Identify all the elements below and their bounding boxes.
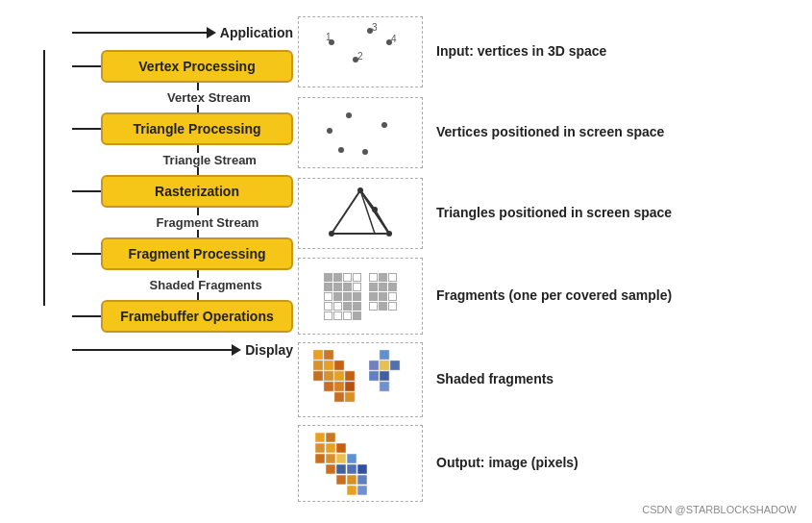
left-vert-bar [43, 50, 45, 306]
svg-rect-48 [326, 454, 335, 463]
svg-rect-22 [324, 350, 333, 360]
svg-rect-32 [345, 382, 355, 391]
svg-point-9 [346, 112, 352, 118]
label-vertices-3d: Input: vertices in 3D space [436, 42, 606, 62]
svg-rect-26 [313, 371, 323, 381]
diagram-row-vertices-screen: Vertices positioned in screen space [298, 95, 788, 170]
svg-rect-53 [347, 464, 357, 474]
diagram-triangles-screen [298, 178, 423, 249]
diagrams-panel: 1 3 4 2 Input: vertices in 3D space [288, 10, 788, 513]
svg-rect-27 [324, 371, 333, 381]
svg-point-12 [338, 147, 344, 153]
svg-rect-51 [326, 464, 335, 474]
svg-rect-25 [334, 361, 344, 370]
app-label: Application [220, 25, 293, 40]
svg-rect-59 [357, 486, 367, 495]
svg-rect-58 [347, 486, 357, 495]
svg-marker-13 [332, 190, 389, 234]
svg-rect-49 [336, 454, 346, 463]
svg-rect-52 [336, 464, 346, 474]
vertices-screen-svg [312, 104, 408, 162]
label-fragments: Fragments (one per covered sample) [436, 286, 672, 306]
fragment-stream-label: Fragment Stream [157, 215, 259, 230]
svg-rect-24 [324, 361, 333, 370]
svg-point-20 [372, 207, 378, 212]
svg-point-18 [329, 231, 334, 237]
shaded-fragments-label: Shaded Fragments [150, 278, 262, 292]
svg-rect-39 [369, 371, 379, 381]
svg-rect-46 [336, 443, 346, 453]
svg-rect-57 [357, 475, 367, 485]
svg-rect-29 [345, 371, 355, 381]
framebuffer-box: Framebuffer Operations [101, 300, 293, 333]
shaded-right-svg [369, 350, 407, 398]
svg-rect-31 [334, 382, 344, 391]
label-output: Output: image (pixels) [436, 454, 578, 473]
vertex-processing-box: Vertex Processing [101, 50, 293, 83]
svg-point-17 [357, 187, 363, 193]
svg-line-15 [360, 190, 375, 234]
diagram-row-output: Output: image (pixels) [298, 424, 788, 503]
svg-text:4: 4 [391, 34, 397, 44]
svg-rect-38 [390, 361, 400, 370]
svg-point-10 [381, 122, 387, 128]
svg-text:3: 3 [372, 23, 378, 33]
diagram-shaded [298, 342, 423, 417]
svg-rect-43 [326, 433, 335, 442]
svg-rect-28 [334, 371, 344, 381]
diagram-fragments [298, 258, 423, 335]
svg-text:1: 1 [326, 32, 332, 42]
svg-rect-40 [380, 371, 389, 381]
vertices-3d-svg: 1 3 4 2 [312, 23, 408, 81]
svg-point-19 [386, 231, 392, 237]
svg-rect-30 [324, 382, 333, 391]
triangle-processing-box: Triangle Processing [101, 112, 293, 145]
svg-point-11 [362, 149, 368, 155]
label-triangles-screen: Triangles positioned in screen space [436, 204, 672, 223]
vertex-stream-label: Vertex Stream [167, 90, 251, 105]
svg-rect-41 [380, 382, 389, 391]
diagram-row-vertices-3d: 1 3 4 2 Input: vertices in 3D space [298, 14, 788, 89]
svg-rect-23 [313, 361, 323, 370]
svg-rect-50 [347, 454, 357, 463]
svg-rect-56 [347, 475, 357, 485]
svg-rect-35 [380, 350, 389, 360]
diagram-vertices-screen [298, 97, 423, 168]
footer-text: CSDN @STARBLOCKSHADOW [642, 504, 797, 515]
shaded-left-svg [313, 350, 363, 410]
rasterization-box: Rasterization [101, 175, 293, 208]
fragment-processing-box: Fragment Processing [101, 237, 293, 270]
svg-rect-33 [334, 392, 344, 402]
svg-rect-42 [315, 433, 325, 442]
label-vertices-screen: Vertices positioned in screen space [436, 123, 664, 142]
svg-text:2: 2 [357, 51, 363, 62]
svg-rect-47 [315, 454, 325, 463]
diagram-row-shaded: Shaded fragments [298, 341, 788, 418]
svg-rect-36 [369, 361, 379, 370]
svg-rect-45 [326, 443, 335, 453]
triangles-screen-svg [308, 181, 413, 246]
svg-rect-34 [345, 392, 355, 402]
label-shaded: Shaded fragments [436, 370, 554, 389]
svg-point-8 [327, 128, 332, 134]
pipeline-diagram: Application Vertex Processing Vertex Str… [0, 10, 288, 513]
svg-rect-44 [315, 443, 325, 453]
svg-rect-55 [336, 475, 346, 485]
output-svg [308, 429, 413, 498]
diagram-output [298, 425, 423, 502]
diagram-vertices-3d: 1 3 4 2 [298, 16, 423, 87]
svg-rect-21 [313, 350, 323, 360]
diagram-row-triangles-screen: Triangles positioned in screen space [298, 176, 788, 251]
triangle-stream-label: Triangle Stream [162, 153, 257, 167]
display-label: Display [245, 342, 293, 358]
diagram-row-fragments: Fragments (one per covered sample) [298, 257, 788, 336]
svg-rect-54 [357, 464, 367, 474]
svg-rect-37 [380, 361, 389, 370]
